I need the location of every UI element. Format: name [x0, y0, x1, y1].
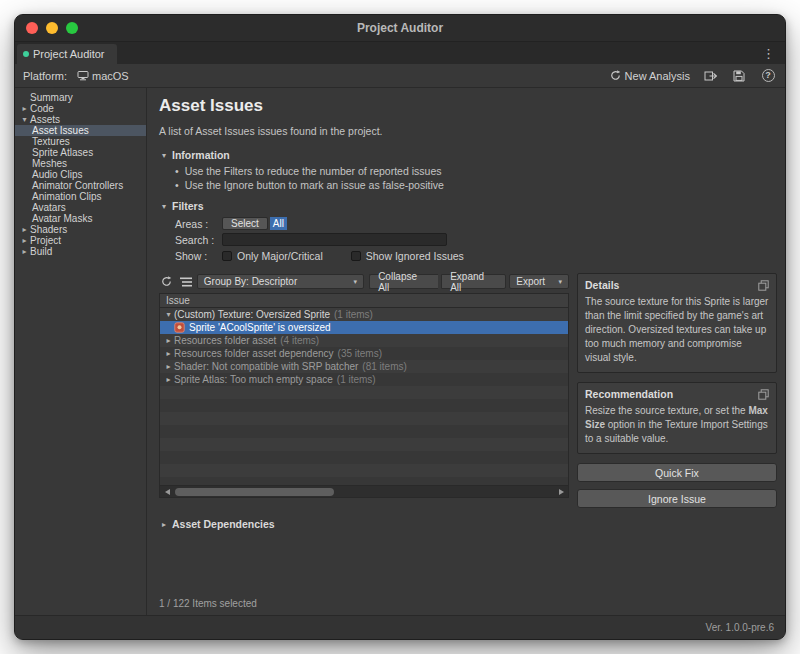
issue-row-selected[interactable]: Sprite 'ACoolSprite' is oversized: [160, 321, 568, 334]
asset-dependencies-foldout[interactable]: Asset Dependencies: [159, 517, 777, 531]
scroll-right-button[interactable]: [556, 487, 566, 497]
areas-label: Areas :: [175, 218, 222, 230]
show-label: Show :: [175, 250, 222, 262]
sidebar-item-build[interactable]: Build: [15, 246, 146, 257]
tab-project-auditor[interactable]: Project Auditor: [17, 44, 117, 64]
help-icon: ?: [762, 69, 775, 82]
new-analysis-label: New Analysis: [625, 70, 690, 82]
ignore-issue-button[interactable]: Ignore Issue: [577, 489, 777, 508]
recommendation-text: option in the Texture Import Settings to…: [585, 419, 768, 444]
overflow-menu-icon[interactable]: [752, 47, 785, 60]
page-title: Asset Issues: [159, 96, 777, 116]
sidebar-item-animation-clips[interactable]: Animation Clips: [15, 191, 146, 202]
copy-icon[interactable]: [758, 280, 769, 291]
information-bullets: Use the Filters to reduce the number of …: [159, 162, 777, 199]
sidebar-item-asset-issues[interactable]: Asset Issues: [15, 125, 146, 136]
details-header: Details: [585, 279, 619, 291]
issue-group-row[interactable]: Sprite Atlas: Too much empty space (1 it…: [160, 373, 568, 386]
areas-filter-row: Areas : Select All: [175, 216, 777, 231]
information-foldout[interactable]: Information: [159, 148, 777, 162]
group-count: (81 items): [362, 361, 406, 372]
chevron-right-icon: [19, 246, 30, 257]
sidebar-item-label: Build: [30, 246, 52, 257]
chevron-down-icon: [163, 310, 174, 319]
issue-group-row[interactable]: (Custom) Texture: Oversized Sprite (1 it…: [160, 308, 568, 321]
sidebar-item-meshes[interactable]: Meshes: [15, 158, 146, 169]
minimize-button[interactable]: [46, 22, 58, 34]
sidebar-item-code[interactable]: Code: [15, 103, 146, 114]
horizontal-scrollbar[interactable]: [159, 486, 569, 498]
main-panel: Asset Issues A list of Asset Issues issu…: [147, 88, 785, 615]
sidebar-item-summary[interactable]: Summary: [15, 92, 146, 103]
view-mode-icon[interactable]: [178, 275, 194, 289]
group-by-dropdown[interactable]: Group By: Descriptor: [197, 274, 364, 289]
status-bar: Ver. 1.0.0-pre.6: [15, 615, 785, 639]
scrollbar-thumb[interactable]: [175, 488, 334, 496]
platform-dropdown[interactable]: macOS: [72, 69, 134, 83]
sidebar-item-label: Avatars: [32, 202, 66, 213]
filters-foldout[interactable]: Filters: [159, 199, 777, 213]
group-count: (35 items): [338, 348, 382, 359]
issues-table-panel: Group By: Descriptor Collapse All Expand…: [159, 273, 569, 510]
expand-all-button[interactable]: Expand All: [441, 274, 506, 289]
quick-fix-button[interactable]: Quick Fix: [577, 463, 777, 482]
issue-column-label: Issue: [166, 295, 190, 306]
sidebar-item-project[interactable]: Project: [15, 235, 146, 246]
table-empty-area: [160, 386, 568, 485]
chevron-down-icon: [159, 151, 169, 160]
issue-group-row[interactable]: Resources folder asset dependency (35 it…: [160, 347, 568, 360]
only-major-critical-checkbox[interactable]: [222, 251, 232, 261]
save-report-button[interactable]: [730, 68, 748, 84]
chevron-right-icon: [163, 349, 174, 358]
group-label: Sprite Atlas: Too much empty space: [174, 374, 333, 385]
chevron-right-icon: [159, 520, 169, 529]
platform-value: macOS: [92, 70, 129, 82]
sidebar-item-label: Sprite Atlases: [32, 147, 93, 158]
sidebar-item-shaders[interactable]: Shaders: [15, 224, 146, 235]
sidebar-item-avatar-masks[interactable]: Avatar Masks: [15, 213, 146, 224]
maximize-button[interactable]: [66, 22, 78, 34]
new-analysis-button[interactable]: New Analysis: [610, 70, 690, 82]
load-report-button[interactable]: [701, 68, 719, 84]
sidebar-item-label: Textures: [32, 136, 70, 147]
sidebar-item-sprite-atlases[interactable]: Sprite Atlases: [15, 147, 146, 158]
titlebar[interactable]: Project Auditor: [15, 15, 785, 42]
sidebar-item-label: Meshes: [32, 158, 67, 169]
sidebar-item-label: Animation Clips: [32, 191, 101, 202]
chevron-right-icon: [19, 235, 30, 246]
show-ignored-issues-label: Show Ignored Issues: [366, 250, 464, 262]
show-ignored-issues-checkbox[interactable]: [351, 251, 361, 261]
sidebar-item-audio-clips[interactable]: Audio Clips: [15, 169, 146, 180]
tab-indicator-dot: [23, 51, 29, 57]
group-label: Resources folder asset: [174, 335, 276, 346]
scroll-left-button[interactable]: [162, 487, 172, 497]
sidebar-item-animator-controllers[interactable]: Animator Controllers: [15, 180, 146, 191]
search-filter-row: Search :: [175, 232, 777, 247]
issue-column-header[interactable]: Issue: [159, 293, 569, 308]
help-button[interactable]: ?: [759, 68, 777, 84]
sidebar-item-label: Shaders: [30, 224, 67, 235]
scrollbar-track[interactable]: [175, 488, 553, 496]
sidebar-item-label: Project: [30, 235, 61, 246]
areas-select-button[interactable]: Select: [222, 217, 268, 230]
issue-group-row[interactable]: Shader: Not compatible with SRP batcher …: [160, 360, 568, 373]
export-label: Export: [516, 276, 545, 287]
sidebar-item-textures[interactable]: Textures: [15, 136, 146, 147]
sidebar-item-avatars[interactable]: Avatars: [15, 202, 146, 213]
chevron-down-icon: [348, 278, 358, 286]
issues-split-view: Group By: Descriptor Collapse All Expand…: [159, 273, 777, 510]
collapse-all-button[interactable]: Collapse All: [369, 274, 438, 289]
issue-group-row[interactable]: Resources folder asset (4 items): [160, 334, 568, 347]
search-input[interactable]: [222, 233, 447, 246]
sidebar-item-label: Assets: [30, 114, 60, 125]
recommendation-header-row: Recommendation: [585, 388, 769, 400]
copy-icon[interactable]: [758, 389, 769, 400]
refresh-icon[interactable]: [159, 275, 175, 289]
export-button[interactable]: Export: [509, 274, 569, 289]
sidebar-item-assets[interactable]: Assets: [15, 114, 146, 125]
close-button[interactable]: [26, 22, 38, 34]
group-count: (1 items): [334, 309, 373, 320]
information-bullet: Use the Filters to reduce the number of …: [175, 164, 777, 178]
chevron-right-icon: [19, 224, 30, 235]
group-label: (Custom) Texture: Oversized Sprite: [174, 309, 330, 320]
